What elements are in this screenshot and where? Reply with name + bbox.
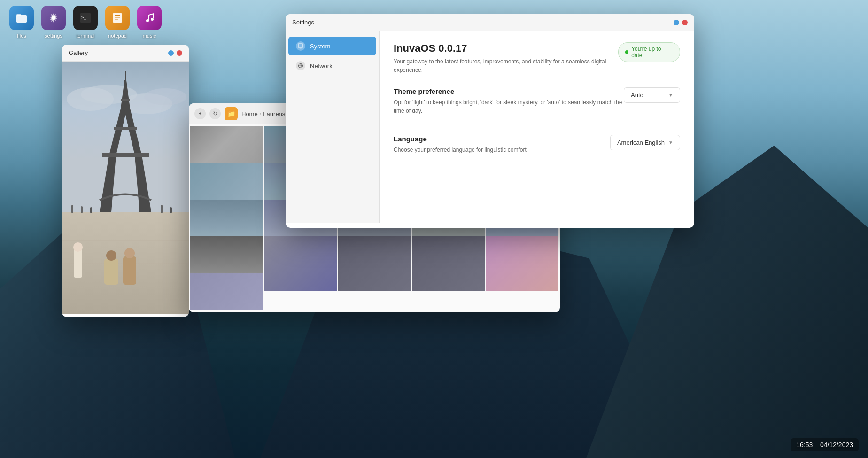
nav-refresh-button[interactable]: ↻ <box>209 108 221 119</box>
settings-content: InuvaOS 0.0.17 Your gateway to the lates… <box>380 31 694 223</box>
theme-section-desc: Opt for 'light' to keep things bright, '… <box>394 98 624 115</box>
clock: 16:53 04/12/2023 <box>790 438 859 451</box>
update-dot <box>625 50 629 54</box>
svg-rect-7 <box>115 17 120 18</box>
language-dropdown-value: American English <box>617 139 665 146</box>
clock-date: 04/12/2023 <box>820 441 853 449</box>
photo-cell-18[interactable] <box>338 236 411 291</box>
svg-rect-27 <box>121 99 130 101</box>
gallery-photo-view <box>62 62 189 314</box>
music-icon-img <box>137 6 162 30</box>
svg-rect-33 <box>74 249 82 278</box>
settings-titlebar: Settings <box>286 14 694 31</box>
breadcrumb-laurens[interactable]: Laurens <box>263 110 285 117</box>
svg-rect-5 <box>113 13 122 23</box>
gallery-window: Gallery <box>62 45 189 317</box>
language-section-desc: Choose your preferred language for lingu… <box>394 146 528 154</box>
notepad-label: notepad <box>108 33 127 39</box>
photo-cell-20[interactable] <box>486 236 558 291</box>
svg-rect-30 <box>90 207 92 213</box>
music-label: music <box>143 33 156 39</box>
svg-rect-39 <box>298 44 303 47</box>
gallery-photo-svg <box>62 62 189 314</box>
terminal-label: terminal <box>76 33 94 39</box>
theme-dropdown-arrow: ▼ <box>668 93 673 98</box>
svg-rect-31 <box>161 205 163 213</box>
svg-rect-29 <box>81 206 83 213</box>
terminal-icon-img: >_ <box>73 6 98 30</box>
theme-dropdown-value: Auto <box>631 92 643 99</box>
svg-rect-40 <box>300 48 302 48</box>
svg-point-10 <box>151 18 154 21</box>
gallery-titlebar: Gallery <box>62 45 189 62</box>
settings-layout: System Network InuvaOS 0.0.17 Your gatew <box>286 31 694 223</box>
svg-rect-8 <box>115 19 118 20</box>
svg-rect-6 <box>115 15 120 16</box>
breadcrumb-sep1: › <box>260 111 262 116</box>
theme-section: Theme preference Opt for 'light' to keep… <box>394 87 680 122</box>
svg-rect-35 <box>104 259 118 285</box>
photo-cell-19[interactable] <box>412 236 484 291</box>
language-dropdown-arrow: ▼ <box>668 140 673 145</box>
files-icon <box>9 6 34 30</box>
taskbar-icon-files[interactable]: files <box>9 6 34 39</box>
svg-point-38 <box>124 248 135 258</box>
svg-rect-1 <box>16 14 21 16</box>
nav-back-button[interactable]: + <box>194 108 206 119</box>
sidebar-system-label: System <box>310 43 330 50</box>
gallery-dot-blue[interactable] <box>168 50 174 56</box>
breadcrumb-home[interactable]: Home <box>241 110 258 117</box>
network-icon <box>296 61 305 70</box>
notepad-icon-img <box>105 6 130 30</box>
settings-sidebar: System Network <box>286 31 380 223</box>
svg-rect-26 <box>114 127 137 130</box>
settings-app-title: InuvaOS 0.0.17 <box>394 42 618 54</box>
theme-section-title: Theme preference <box>394 87 624 95</box>
sidebar-network-label: Network <box>310 62 333 70</box>
language-section: Language Choose your preferred language … <box>394 135 680 161</box>
taskbar-icon-terminal[interactable]: >_ terminal <box>73 6 98 39</box>
svg-rect-36 <box>123 256 136 285</box>
language-dropdown[interactable]: American English ▼ <box>610 135 680 150</box>
clock-time: 16:53 <box>796 441 813 449</box>
files-label: files <box>17 33 26 39</box>
update-badge: You're up to date! <box>618 42 680 62</box>
settings-window: Settings System <box>286 14 694 228</box>
sidebar-item-network[interactable]: Network <box>288 56 376 75</box>
photo-cell-17[interactable] <box>264 236 336 291</box>
taskbar: files settings >_ terminal <box>0 0 171 44</box>
svg-rect-24 <box>125 71 126 81</box>
gallery-window-dots <box>168 50 182 56</box>
svg-point-37 <box>106 250 116 261</box>
theme-dropdown[interactable]: Auto ▼ <box>624 87 680 103</box>
system-icon <box>296 41 305 51</box>
svg-point-15 <box>144 88 186 105</box>
settings-window-dots <box>674 20 688 25</box>
sidebar-item-system[interactable]: System <box>288 37 376 55</box>
taskbar-icon-notepad[interactable]: notepad <box>105 6 130 39</box>
language-section-title: Language <box>394 135 528 143</box>
photo-cell-21[interactable] <box>190 273 263 310</box>
taskbar-icon-music[interactable]: music <box>137 6 162 39</box>
svg-rect-32 <box>170 207 172 213</box>
settings-app-subtitle: Your gateway to the latest features, imp… <box>394 57 618 74</box>
svg-rect-28 <box>71 205 73 213</box>
settings-label: settings <box>45 33 62 39</box>
settings-dot-red[interactable] <box>682 20 688 25</box>
settings-dot-blue[interactable] <box>674 20 679 25</box>
settings-app-info: InuvaOS 0.0.17 Your gateway to the lates… <box>394 42 618 74</box>
svg-rect-25 <box>102 153 149 157</box>
settings-header: InuvaOS 0.0.17 Your gateway to the lates… <box>394 42 680 74</box>
svg-point-34 <box>73 242 83 252</box>
settings-icon <box>41 6 66 30</box>
svg-text:>_: >_ <box>81 15 86 20</box>
folder-icon: 📁 <box>225 107 238 120</box>
taskbar-icon-settings[interactable]: settings <box>41 6 66 39</box>
settings-window-title: Settings <box>292 19 674 26</box>
gallery-title: Gallery <box>69 49 168 56</box>
update-label: You're up to date! <box>631 46 673 59</box>
gallery-dot-red[interactable] <box>177 50 182 56</box>
